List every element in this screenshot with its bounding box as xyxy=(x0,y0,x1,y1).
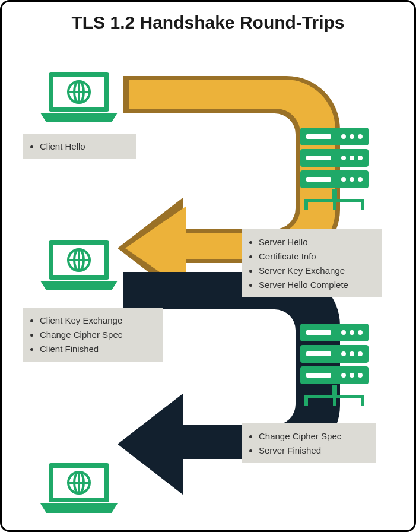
server-1 xyxy=(297,126,371,210)
svg-point-47 xyxy=(358,352,363,356)
svg-rect-10 xyxy=(304,199,364,202)
step-item: Change Cipher Spec xyxy=(259,430,370,442)
svg-point-46 xyxy=(350,352,354,356)
client-laptop-1 xyxy=(40,70,118,124)
svg-point-15 xyxy=(341,134,346,139)
svg-point-49 xyxy=(341,373,346,378)
step-server-2: Change Cipher Spec Server Finished xyxy=(242,423,376,463)
svg-rect-14 xyxy=(306,134,331,139)
svg-point-21 xyxy=(358,156,363,160)
svg-point-23 xyxy=(341,177,346,182)
svg-point-41 xyxy=(341,330,346,335)
step-client-1: Client Hello xyxy=(23,134,136,159)
svg-point-51 xyxy=(358,373,363,378)
svg-rect-22 xyxy=(306,177,331,182)
svg-point-17 xyxy=(358,134,363,139)
svg-rect-38 xyxy=(333,398,336,406)
svg-point-16 xyxy=(350,134,354,139)
diagram-title: TLS 1.2 Handshake Round-Trips xyxy=(2,12,414,33)
svg-rect-11 xyxy=(304,202,308,210)
svg-point-24 xyxy=(350,177,354,182)
svg-rect-37 xyxy=(304,398,308,406)
client-laptop-2 xyxy=(40,238,118,292)
svg-rect-44 xyxy=(306,352,331,356)
step-client-2: Client Key Exchange Change Cipher Spec C… xyxy=(23,308,163,362)
svg-point-50 xyxy=(350,373,354,378)
svg-point-43 xyxy=(358,330,363,335)
svg-rect-9 xyxy=(332,189,337,200)
svg-rect-36 xyxy=(304,395,364,398)
server-2 xyxy=(297,322,371,406)
svg-rect-18 xyxy=(306,156,331,160)
svg-point-20 xyxy=(350,156,354,160)
svg-rect-35 xyxy=(332,385,337,396)
step-item: Client Key Exchange xyxy=(40,314,157,327)
step-item: Change Cipher Spec xyxy=(40,328,157,341)
svg-rect-48 xyxy=(306,373,331,378)
svg-point-42 xyxy=(350,330,354,335)
step-item: Server Hello xyxy=(259,236,376,248)
svg-point-19 xyxy=(341,156,346,160)
step-item: Client Hello xyxy=(40,140,130,153)
step-item: Server Finished xyxy=(259,444,370,457)
step-item: Certificate Info xyxy=(259,250,376,262)
svg-point-25 xyxy=(358,177,363,182)
svg-point-45 xyxy=(341,352,346,356)
svg-rect-39 xyxy=(361,398,364,406)
diagram-frame: TLS 1.2 Handshake Round-Trips Client Hel… xyxy=(0,0,416,532)
svg-rect-12 xyxy=(333,202,336,210)
step-item: Server Hello Complete xyxy=(259,278,376,291)
step-server-1: Server Hello Certificate Info Server Key… xyxy=(242,229,382,297)
step-item: Client Finished xyxy=(40,343,157,355)
svg-rect-13 xyxy=(361,202,364,210)
svg-rect-40 xyxy=(306,330,331,335)
step-item: Server Key Exchange xyxy=(259,264,376,277)
client-laptop-3 xyxy=(40,461,118,514)
